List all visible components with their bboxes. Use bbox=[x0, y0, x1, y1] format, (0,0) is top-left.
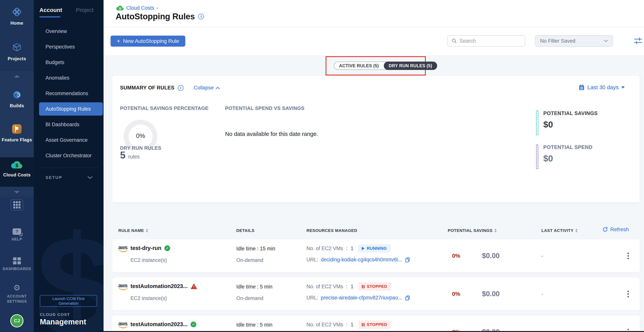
user-avatar-item[interactable]: CJ bbox=[0, 315, 34, 327]
column-header-last-activity[interactable]: LAST ACTIVITY bbox=[542, 228, 578, 233]
cloud-costs-side-nav: $ Account Project Overview Perspectives … bbox=[34, 0, 104, 332]
copy-icon[interactable] bbox=[405, 295, 410, 301]
row-menu-kebab[interactable] bbox=[624, 316, 632, 332]
pause-icon bbox=[362, 323, 364, 326]
calendar-icon bbox=[578, 84, 585, 91]
row-menu-kebab[interactable] bbox=[624, 278, 632, 311]
table-row[interactable]: aws test-dry-run ✓ EC2 instance(s) Idle … bbox=[112, 239, 640, 272]
idle-time: Idle time : 5 min bbox=[236, 284, 272, 290]
help-chat-icon: ? bbox=[12, 228, 21, 235]
sidebar-item-overview[interactable]: Overview bbox=[34, 23, 104, 39]
rule-url-cell: URL: deciding-kodiak-cg4qcs4h0mmv6l... bbox=[306, 257, 410, 263]
builds-icon bbox=[12, 90, 22, 101]
sidebar-item-dashboards[interactable]: DASHBOARDS bbox=[0, 257, 34, 271]
sort-icon[interactable] bbox=[146, 229, 148, 233]
summary-title: SUMMARY OF RULES bbox=[120, 85, 174, 91]
sidebar-item-anomalies[interactable]: Anomalies bbox=[34, 70, 104, 86]
launch-ccm-first-gen-button[interactable]: Launch CCM First Generation bbox=[40, 295, 97, 307]
rule-url-link[interactable]: precise-airedale-cfpmv827riuvpao... bbox=[321, 295, 402, 301]
no-data-message: No data available for this date range. bbox=[225, 131, 318, 137]
setup-section-toggle[interactable]: SETUP bbox=[34, 171, 104, 184]
sidebar-item-feature-flags[interactable]: Feature Flags bbox=[0, 124, 34, 142]
search-input[interactable] bbox=[460, 38, 516, 44]
rule-name[interactable]: testAutomation2023... bbox=[130, 283, 188, 289]
scroll-up-chevron[interactable] bbox=[0, 75, 34, 77]
filter-panel-button[interactable] bbox=[634, 37, 642, 45]
sidebar-item-cluster-orchestrator[interactable]: Cluster Orchestrator bbox=[34, 148, 104, 163]
sidebar-item-account-settings[interactable]: ⚙ ACCOUNT SETTINGS bbox=[0, 284, 34, 304]
rule-name[interactable]: testAutomation2023... bbox=[130, 321, 188, 328]
savings-percentage: 0% bbox=[436, 278, 460, 311]
rule-name[interactable]: test-dry-run bbox=[130, 245, 162, 251]
breadcrumb-cloud-costs-link[interactable]: Cloud Costs bbox=[126, 5, 154, 11]
table-row[interactable]: aws testAutomation2023... ! EC2 instance… bbox=[112, 278, 640, 311]
sidebar-item-label: DASHBOARDS bbox=[3, 266, 31, 271]
date-range-picker[interactable]: Last 30 days bbox=[578, 84, 625, 91]
sort-icon[interactable] bbox=[494, 229, 497, 233]
chevron-up-icon bbox=[216, 87, 220, 89]
column-header-rule-name[interactable]: RULE NAME bbox=[118, 228, 148, 233]
copy-icon[interactable] bbox=[405, 257, 410, 263]
window-bottom-edge bbox=[104, 331, 644, 332]
resources-managed-cell: No. of EC2 VMs : 1 STOPPED bbox=[306, 282, 391, 291]
apps-grid-icon bbox=[10, 199, 23, 210]
sidebar-item-help[interactable]: ? HELP bbox=[0, 228, 34, 242]
sidebar-item-recommendations[interactable]: Recommendations bbox=[34, 86, 104, 101]
collapse-toggle[interactable]: Collapse bbox=[194, 85, 220, 91]
sidebar-item-asset-governance[interactable]: Asset Governance bbox=[34, 132, 104, 148]
sidebar-item-builds[interactable]: Builds bbox=[0, 90, 34, 108]
tab-project[interactable]: Project bbox=[76, 7, 94, 13]
sidebar-item-label: ACCOUNT SETTINGS bbox=[7, 294, 27, 304]
row-menu-kebab[interactable] bbox=[624, 239, 632, 272]
refresh-button[interactable]: Refresh bbox=[602, 226, 629, 233]
last-activity: - bbox=[542, 278, 543, 311]
breadcrumb-separator: › bbox=[156, 5, 158, 11]
sidebar-item-cloud-costs[interactable]: $ Cloud Costs bbox=[0, 160, 34, 178]
tab-active-rules[interactable]: ACTIVE RULES (5) bbox=[334, 62, 384, 70]
info-icon[interactable]: i bbox=[198, 14, 204, 19]
sidebar-item-label: HELP bbox=[12, 237, 22, 242]
new-autostopping-rule-button[interactable]: + New AutoStopping Rule bbox=[110, 36, 185, 47]
module-nav: Home Projects Builds bbox=[0, 0, 34, 332]
sidebar-item-home[interactable]: Home bbox=[0, 6, 34, 26]
filter-sliders-icon bbox=[634, 37, 642, 45]
sidebar-item-label: Builds bbox=[10, 103, 24, 108]
chevron-down-icon bbox=[604, 40, 608, 42]
sidebar-item-label: Projects bbox=[8, 56, 26, 61]
status-badge-stopped: STOPPED bbox=[358, 282, 391, 291]
rule-url-link[interactable]: deciding-kodiak-cg4qcs4h0mmv6l... bbox=[321, 257, 402, 263]
potential-spend-label: POTENTIAL SPEND bbox=[543, 144, 592, 150]
sidebar-item-budgets[interactable]: Budgets bbox=[34, 54, 104, 70]
chevron-up-icon bbox=[14, 75, 20, 77]
saved-filter-dropdown[interactable]: No Filter Saved bbox=[535, 35, 613, 47]
sidebar-item-bi-dashboards[interactable]: BI Dashboards bbox=[34, 117, 104, 132]
sidebar-item-perspectives[interactable]: Perspectives bbox=[34, 39, 104, 54]
table-row[interactable]: aws testAutomation2023... ✓ Idle time : … bbox=[112, 316, 640, 332]
sidebar-item-projects[interactable]: Projects bbox=[0, 42, 34, 61]
aws-provider-icon: aws bbox=[118, 283, 128, 290]
idle-time: Idle time : 5 min bbox=[236, 322, 272, 328]
spend-vs-savings-label: POTENTIAL SPEND VS SAVINGS bbox=[225, 105, 304, 111]
rule-name-cell: aws testAutomation2023... ✓ bbox=[118, 321, 196, 328]
resources-managed-cell: No. of EC2 VMs : 1 RUNNING bbox=[306, 244, 391, 253]
gear-icon: ⚙ bbox=[13, 284, 20, 292]
tab-dry-run-rules[interactable]: DRY RUN RULES (5) bbox=[384, 62, 437, 70]
tab-account[interactable]: Account bbox=[40, 7, 62, 13]
column-header-potential-savings[interactable]: POTENTIAL SAVINGS bbox=[448, 228, 497, 233]
module-picker-button[interactable] bbox=[0, 199, 34, 210]
brand-cloud-cost: CLOUD COST bbox=[40, 312, 70, 317]
info-icon[interactable]: i bbox=[178, 85, 184, 91]
potential-savings-label: POTENTIAL SAVINGS bbox=[543, 110, 598, 116]
svg-text:$: $ bbox=[119, 7, 121, 10]
sidebar-item-autostopping-rules[interactable]: AutoStopping Rules bbox=[39, 101, 103, 117]
status-badge-running: RUNNING bbox=[358, 244, 390, 253]
setup-label: SETUP bbox=[46, 175, 62, 180]
sort-icon[interactable] bbox=[575, 229, 578, 233]
status-badge-stopped: STOPPED bbox=[358, 321, 391, 329]
rule-url-cell: URL: precise-airedale-cfpmv827riuvpao... bbox=[306, 295, 410, 301]
chevron-down-icon bbox=[14, 191, 20, 193]
summary-of-rules-card: SUMMARY OF RULES i Collapse Last 30 days bbox=[112, 76, 640, 202]
warning-triangle-icon: ! bbox=[190, 284, 197, 289]
scroll-down-chevron[interactable] bbox=[0, 191, 34, 193]
play-icon bbox=[362, 247, 364, 250]
